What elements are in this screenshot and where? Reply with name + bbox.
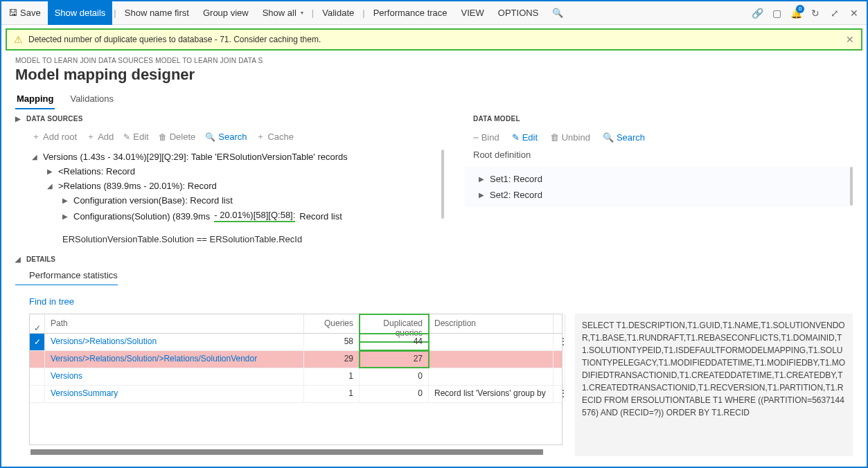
find-in-tree-link[interactable]: Find in tree: [15, 285, 853, 314]
root-definition: Root definition: [465, 148, 853, 167]
row-dup: 0: [360, 368, 429, 385]
caret-right-icon: ▶: [47, 168, 54, 175]
cache-button[interactable]: ＋Cache: [256, 131, 294, 143]
add-button[interactable]: ＋Add: [87, 131, 114, 143]
tree-node-versions[interactable]: ◢Versions (1.43s - 34.01%)[29][Q:29]: Ta…: [32, 150, 444, 164]
link-icon: ⎓: [473, 132, 479, 143]
ds-search-button[interactable]: 🔍Search: [205, 131, 247, 143]
row-queries: 1: [304, 368, 360, 385]
tab-mapping[interactable]: Mapping: [15, 89, 55, 109]
row-path[interactable]: Versions: [45, 368, 304, 385]
notification-icon[interactable]: 🔔: [790, 8, 801, 19]
trash-icon: 🗑: [159, 132, 167, 142]
row-queries: 29: [304, 351, 360, 368]
warning-bar: ⚠ Detected number of duplicate queries t…: [6, 28, 862, 51]
row-dup: 0: [360, 386, 429, 402]
show-name-first-button[interactable]: Show name first: [118, 1, 196, 25]
tab-validations[interactable]: Validations: [69, 89, 115, 109]
row-dup: 44: [360, 334, 429, 350]
unbind-button[interactable]: 🗑 Unbind: [550, 132, 590, 143]
show-details-button[interactable]: Show details: [48, 1, 113, 25]
warning-close-button[interactable]: ✕: [846, 34, 854, 45]
caret-down-icon: ◢: [15, 255, 22, 263]
row-queries: 58: [304, 334, 360, 350]
link-icon[interactable]: 🔗: [752, 8, 763, 19]
tree-node-config-base[interactable]: ▶Configuration version(Base): Record lis…: [32, 193, 444, 208]
row-more-icon[interactable]: ⋮: [553, 334, 565, 350]
row-check[interactable]: ✓: [30, 334, 45, 350]
plus-icon: ＋: [87, 131, 95, 143]
toolbar-search-button[interactable]: 🔍: [545, 1, 570, 25]
row-desc: [429, 351, 553, 368]
row-desc: Record list 'Versions' group by: [429, 386, 553, 402]
row-queries: 1: [304, 386, 360, 402]
warning-icon: ⚠: [14, 34, 23, 45]
page-title: Model mapping designer: [1, 64, 867, 89]
data-model-tree: ▶Set1: Record ▶Set2: Record: [465, 167, 853, 207]
row-dup: 27: [360, 351, 429, 368]
tree-node-relations-record[interactable]: ▶<Relations: Record: [32, 164, 444, 179]
tree-node-relations-pct[interactable]: ◢>Relations (839.9ms - 20.01%): Record: [32, 179, 444, 193]
table-row[interactable]: Versions/>Relations/Solution/>Relations/…: [30, 351, 562, 368]
data-sources-header[interactable]: ▶DATA SOURCES: [15, 109, 444, 127]
row-more-icon[interactable]: ⋮: [553, 386, 565, 402]
save-icon: 🖫: [8, 8, 17, 18]
add-root-button[interactable]: ＋Add root: [32, 131, 77, 143]
group-view-button[interactable]: Group view: [196, 1, 256, 25]
table-header: ✓ Path Queries Duplicated queries Descri…: [30, 314, 562, 334]
expand-icon[interactable]: ⤢: [829, 8, 840, 19]
caret-right-icon: ▶: [479, 191, 486, 199]
plus-icon: ＋: [32, 131, 40, 143]
breadcrumb: MODEL TO LEARN JOIN DATA SOURCES MODEL T…: [1, 54, 867, 64]
row-path[interactable]: Versions/>Relations/Solution: [45, 334, 304, 350]
formula-text: ERSolutionVersionTable.Solution == ERSol…: [32, 224, 444, 249]
warning-text: Detected number of duplicate queries to …: [28, 35, 321, 44]
perf-stats-tab[interactable]: Performance statistics: [15, 267, 118, 285]
tree-scrollbar[interactable]: [441, 150, 444, 219]
details-header[interactable]: ◢DETAILS: [15, 249, 853, 267]
search-icon: 🔍: [603, 132, 614, 143]
save-button[interactable]: 🖫Save: [1, 1, 48, 25]
row-desc: [429, 368, 553, 385]
dm-scrollbar[interactable]: [850, 167, 853, 206]
dm-node-set2[interactable]: ▶Set2: Record: [465, 187, 853, 203]
table-horizontal-scrollbar[interactable]: [30, 449, 543, 455]
close-icon[interactable]: ✕: [849, 8, 860, 19]
caret-down-icon: ◢: [32, 153, 39, 161]
dm-search-button[interactable]: 🔍 Search: [603, 132, 645, 143]
refresh-icon[interactable]: ↻: [810, 8, 821, 19]
perf-table: ✓ Path Queries Duplicated queries Descri…: [29, 314, 563, 445]
dm-edit-button[interactable]: ✎ Edit: [512, 132, 538, 143]
tree-node-config-solution[interactable]: ▶Configurations(Solution) (839.9ms - 20.…: [32, 208, 444, 224]
plus-icon: ＋: [256, 131, 265, 143]
caret-right-icon: ▶: [479, 175, 486, 183]
sql-query-box: SELECT T1.DESCRIPTION,T1.GUID,T1.NAME,T1…: [575, 314, 853, 456]
row-desc: [429, 334, 553, 350]
row-path[interactable]: Versions/>Relations/Solution/>Relations/…: [45, 351, 304, 368]
caret-right-icon: ▶: [62, 197, 69, 204]
data-source-tree: ◢Versions (1.43s - 34.01%)[29][Q:29]: Ta…: [15, 150, 444, 249]
row-path[interactable]: VersionsSummary: [45, 386, 304, 402]
table-row[interactable]: VersionsSummary 1 0 Record list 'Version…: [30, 386, 562, 403]
view-menu[interactable]: VIEW: [454, 1, 491, 25]
search-icon: 🔍: [205, 132, 215, 142]
tabs: Mapping Validations: [1, 89, 867, 109]
data-model-header: DATA MODEL: [465, 109, 853, 127]
delete-button[interactable]: 🗑Delete: [159, 131, 196, 143]
show-all-button[interactable]: Show all▾: [256, 1, 310, 25]
edit-button[interactable]: ✎Edit: [123, 131, 148, 143]
options-menu[interactable]: OPTIONS: [491, 1, 546, 25]
caret-right-icon: ▶: [62, 213, 69, 220]
validate-button[interactable]: Validate: [315, 1, 361, 25]
pencil-icon: ✎: [512, 132, 520, 143]
chevron-right-icon: ▶: [15, 115, 22, 123]
perf-trace-button[interactable]: Performance trace: [366, 1, 454, 25]
table-row[interactable]: Versions 1 0: [30, 368, 562, 386]
office-icon[interactable]: ▢: [771, 8, 782, 19]
pencil-icon: ✎: [123, 132, 130, 142]
chevron-down-icon: ▾: [301, 10, 303, 16]
toolbar: 🖫Save Show details | Show name first Gro…: [1, 1, 867, 25]
bind-button[interactable]: ⎓ Bind: [473, 132, 499, 143]
dm-node-set1[interactable]: ▶Set1: Record: [465, 171, 853, 187]
table-row[interactable]: ✓ Versions/>Relations/Solution 58 44 ⋮: [30, 334, 562, 351]
